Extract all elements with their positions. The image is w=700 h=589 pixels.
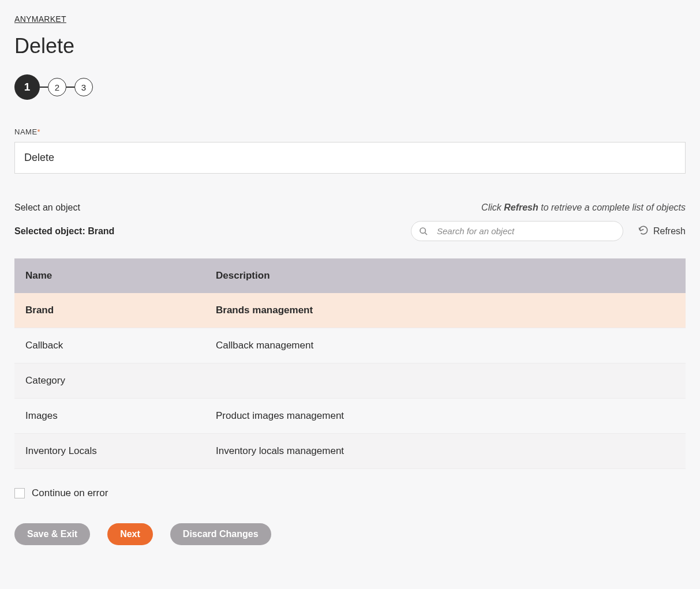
name-label: NAME*: [14, 127, 686, 136]
selected-object-label: Selected object: Brand: [14, 226, 114, 237]
cell-description: [205, 363, 686, 399]
table-row[interactable]: ImagesProduct images management: [14, 399, 686, 434]
step-connector: [40, 87, 48, 88]
cell-description: Inventory locals management: [205, 434, 686, 469]
table-row[interactable]: Category: [14, 363, 686, 399]
search-input[interactable]: [411, 221, 623, 241]
column-header-name[interactable]: Name: [14, 258, 205, 293]
refresh-label: Refresh: [653, 226, 686, 237]
required-indicator: *: [38, 127, 41, 136]
table-row[interactable]: CallbackCallback management: [14, 328, 686, 363]
continue-on-error-checkbox[interactable]: [14, 488, 25, 498]
save-exit-button[interactable]: Save & Exit: [14, 523, 90, 545]
cell-name: Category: [14, 363, 205, 399]
cell-name: Brand: [14, 293, 205, 328]
name-input[interactable]: [14, 142, 686, 174]
next-button[interactable]: Next: [107, 523, 153, 545]
table-scroll[interactable]: Name Description BrandBrands managementC…: [14, 258, 686, 469]
discard-button[interactable]: Discard Changes: [170, 523, 271, 545]
breadcrumb[interactable]: ANYMARKET: [14, 14, 686, 24]
page-title: Delete: [14, 34, 686, 58]
stepper: 1 2 3: [14, 74, 686, 100]
step-3[interactable]: 3: [74, 78, 93, 96]
svg-point-0: [420, 228, 425, 233]
cell-description: Product images management: [205, 399, 686, 434]
table-row[interactable]: BrandBrands management: [14, 293, 686, 328]
step-2[interactable]: 2: [48, 78, 66, 96]
cell-name: Images: [14, 399, 205, 434]
refresh-hint: Click Refresh to retrieve a complete lis…: [481, 202, 686, 213]
cell-description: Callback management: [205, 328, 686, 363]
refresh-button[interactable]: Refresh: [638, 225, 686, 238]
step-connector: [66, 87, 74, 88]
cell-name: Callback: [14, 328, 205, 363]
object-table: Name Description BrandBrands managementC…: [14, 258, 686, 469]
continue-on-error-label[interactable]: Continue on error: [32, 487, 108, 499]
refresh-icon: [638, 225, 649, 238]
cell-name: Inventory Locals: [14, 434, 205, 469]
select-object-label: Select an object: [14, 202, 80, 213]
search-icon: [419, 227, 428, 236]
column-header-description[interactable]: Description: [205, 258, 686, 293]
step-1[interactable]: 1: [14, 74, 40, 100]
cell-description: Brands management: [205, 293, 686, 328]
table-row[interactable]: Inventory LocalsInventory locals managem…: [14, 434, 686, 469]
svg-line-1: [425, 232, 427, 235]
